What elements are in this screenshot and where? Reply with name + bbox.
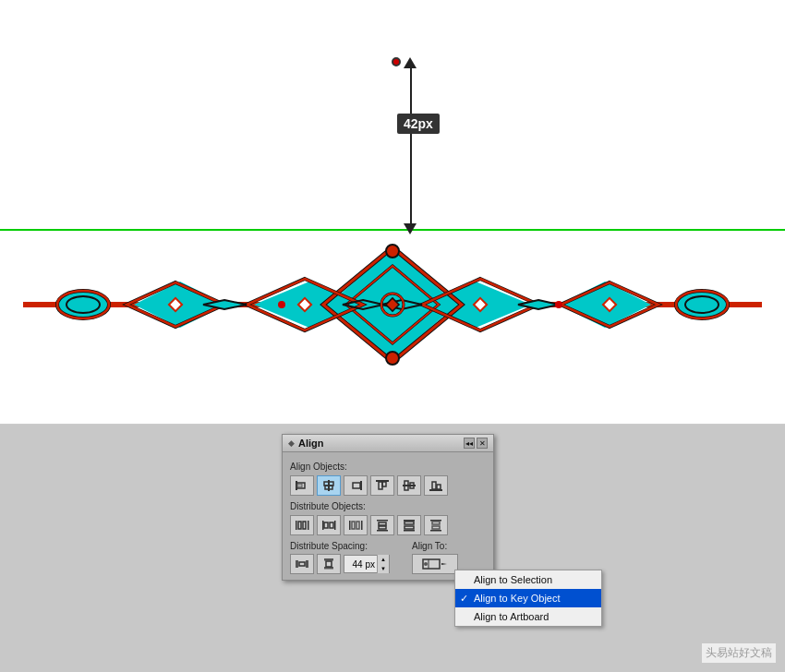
svg-rect-65 <box>324 522 328 528</box>
svg-rect-44 <box>297 484 302 487</box>
distance-label: 42px <box>397 114 440 134</box>
pattern-container <box>0 222 785 388</box>
spacing-row: ▲ ▼ <box>290 554 403 574</box>
dist-center-h-btn[interactable] <box>317 515 341 535</box>
align-to-dropdown-btn[interactable] <box>412 554 458 574</box>
svg-rect-80 <box>430 530 441 532</box>
svg-marker-23 <box>518 300 559 309</box>
align-objects-label: Align Objects: <box>290 462 486 472</box>
panel-collapse-btn[interactable]: ◂◂ <box>464 438 475 449</box>
svg-rect-52 <box>382 482 386 486</box>
panel-close-btn[interactable]: ✕ <box>477 438 488 449</box>
align-top-btn[interactable] <box>370 475 394 496</box>
svg-rect-62 <box>303 522 306 529</box>
panel-titlebar[interactable]: ◆ Align ◂◂ ✕ <box>283 435 493 452</box>
svg-rect-64 <box>334 521 336 530</box>
align-objects-row <box>290 475 486 496</box>
dist-center-v-btn[interactable] <box>397 515 421 535</box>
svg-rect-68 <box>361 521 363 530</box>
svg-point-30 <box>278 301 285 308</box>
dist-left-btn[interactable] <box>290 515 314 535</box>
decorative-pattern <box>23 231 762 378</box>
dist-bottom-btn[interactable] <box>424 515 448 535</box>
dist-right-btn[interactable] <box>344 515 368 535</box>
arrow-bottom <box>404 223 417 234</box>
svg-rect-74 <box>379 526 386 529</box>
dist-top-btn[interactable] <box>370 515 394 535</box>
svg-point-31 <box>555 301 562 308</box>
panel-arrows-icon: ◆ <box>288 438 295 448</box>
canvas-area: 42px <box>0 0 785 425</box>
svg-rect-59 <box>296 521 297 530</box>
svg-rect-57 <box>432 482 436 489</box>
panel-controls: ◂◂ ✕ <box>464 438 488 449</box>
dist-space-v-btn[interactable] <box>317 554 341 574</box>
spinner-down-btn[interactable]: ▼ <box>378 564 389 573</box>
svg-rect-66 <box>330 522 333 528</box>
svg-point-91 <box>424 562 428 566</box>
align-left-btn[interactable] <box>290 475 314 496</box>
svg-rect-88 <box>326 561 332 567</box>
spinner: ▲ ▼ <box>377 555 389 573</box>
svg-rect-72 <box>377 530 388 532</box>
svg-rect-82 <box>432 526 440 529</box>
svg-rect-78 <box>405 526 414 529</box>
arrow-line <box>410 63 412 229</box>
align-to-artboard-item[interactable]: Align to Artboard <box>455 607 601 626</box>
dist-space-h-btn[interactable] <box>290 554 314 574</box>
spinner-up-btn[interactable]: ▲ <box>378 555 389 564</box>
svg-rect-73 <box>379 522 386 525</box>
svg-point-41 <box>386 352 399 365</box>
distribute-objects-row <box>290 515 486 535</box>
distribute-spacing-section: Distribute Spacing: ▲ ▼ <box>290 541 403 574</box>
svg-rect-67 <box>349 521 351 530</box>
align-center-v-btn[interactable] <box>397 475 421 496</box>
align-panel: ◆ Align ◂◂ ✕ Align Objects: <box>282 434 494 581</box>
svg-rect-60 <box>308 521 309 530</box>
svg-rect-83 <box>296 560 298 568</box>
align-to-selection-item[interactable]: Align to Selection <box>455 570 601 589</box>
align-to-label: Align To: <box>412 541 486 551</box>
align-center-h-btn[interactable] <box>317 475 341 496</box>
svg-rect-85 <box>299 562 305 566</box>
svg-rect-58 <box>437 485 441 489</box>
align-right-btn[interactable] <box>344 475 368 496</box>
align-to-key-object-item[interactable]: Align to Key Object <box>455 589 601 607</box>
svg-marker-92 <box>441 563 447 565</box>
distance-annotation: 42px <box>383 63 439 229</box>
svg-point-40 <box>386 245 399 258</box>
svg-rect-69 <box>352 522 355 529</box>
svg-rect-76 <box>404 530 415 532</box>
svg-rect-71 <box>377 520 388 522</box>
align-to-dropdown-menu: Align to Selection Align to Key Object A… <box>454 570 602 627</box>
watermark: 头易站好文稿 <box>702 643 776 663</box>
distribute-objects-label: Distribute Objects: <box>290 501 486 511</box>
svg-rect-70 <box>356 522 359 529</box>
panel-body: Align Objects: <box>283 452 493 580</box>
spacing-input-wrap[interactable]: ▲ ▼ <box>344 555 390 573</box>
distribute-spacing-label: Distribute Spacing: <box>290 541 403 551</box>
align-bottom-btn[interactable] <box>424 475 448 496</box>
svg-rect-77 <box>405 522 414 524</box>
anchor-dot-top <box>392 57 401 66</box>
svg-rect-81 <box>432 522 440 524</box>
svg-rect-49 <box>353 483 360 488</box>
spacing-input[interactable] <box>344 559 377 570</box>
svg-rect-61 <box>298 522 301 529</box>
svg-rect-86 <box>324 558 333 561</box>
panel-title: Align <box>298 438 324 449</box>
svg-rect-84 <box>306 560 308 568</box>
